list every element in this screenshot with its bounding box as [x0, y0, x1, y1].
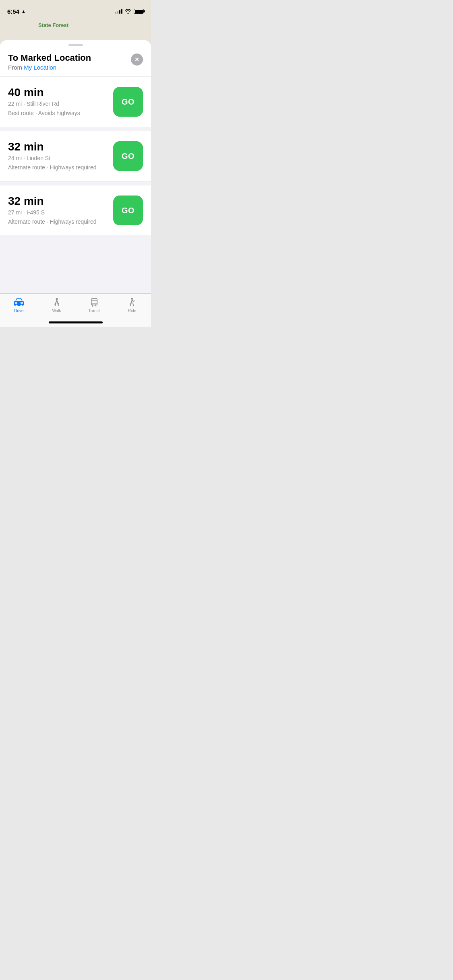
route-item-2: 32 min 24 mi · Linden St Alternate route… — [0, 131, 151, 181]
transit-icon — [89, 298, 100, 307]
time-display: 6:54 — [7, 8, 19, 15]
tab-transit-label: Transit — [88, 309, 100, 313]
route-detail-3b: Alternate route · Highways required — [8, 218, 96, 226]
tab-ride[interactable]: Ride — [113, 298, 151, 313]
ride-icon — [126, 298, 138, 307]
close-button[interactable]: ✕ — [131, 54, 143, 66]
svg-point-13 — [131, 298, 133, 300]
bottom-sheet: To Marked Location From My Location ✕ 40… — [0, 40, 151, 327]
route-detail-3a: 27 mi · I-495 S — [8, 209, 96, 217]
route-detail-1b: Best route · Avoids highways — [8, 109, 80, 117]
status-icons — [115, 9, 144, 14]
route-item-1: 40 min 22 mi · Still River Rd Best route… — [0, 77, 151, 127]
tab-walk[interactable]: Walk — [38, 298, 76, 313]
go-label-3: GO — [122, 206, 134, 215]
tab-walk-label: Walk — [52, 309, 61, 313]
route-time-1: 40 min — [8, 86, 80, 99]
routes-container: 40 min 22 mi · Still River Rd Best route… — [0, 77, 151, 327]
header-text: To Marked Location From My Location — [8, 53, 91, 71]
signal-icon — [115, 9, 122, 14]
route-detail-2b: Alternate route · Highways required — [8, 164, 96, 172]
status-time: 6:54 ▲ — [7, 8, 26, 15]
go-button-3[interactable]: GO — [113, 196, 143, 225]
svg-rect-3 — [15, 302, 17, 304]
drive-icon — [13, 298, 25, 307]
battery-icon — [134, 9, 144, 14]
svg-point-5 — [56, 298, 58, 300]
map-label: State Forest — [38, 22, 68, 28]
status-bar: 6:54 ▲ — [0, 0, 151, 18]
sheet-header: To Marked Location From My Location ✕ — [0, 46, 151, 77]
route-time-3: 32 min — [8, 195, 96, 208]
go-label-2: GO — [122, 152, 134, 161]
route-detail-2a: 24 mi · Linden St — [8, 154, 96, 163]
tab-drive-label: Drive — [14, 309, 23, 313]
close-icon: ✕ — [134, 57, 139, 62]
route-info-3: 32 min 27 mi · I-495 S Alternate route ·… — [8, 195, 96, 226]
route-time-2: 32 min — [8, 141, 96, 153]
my-location-link[interactable]: My Location — [24, 64, 56, 71]
from-line: From My Location — [8, 64, 91, 71]
tab-transit[interactable]: Transit — [76, 298, 114, 313]
svg-rect-6 — [91, 299, 97, 305]
route-item-3: 32 min 27 mi · I-495 S Alternate route ·… — [0, 185, 151, 235]
destination-title: To Marked Location — [8, 53, 91, 63]
walk-icon — [51, 298, 62, 307]
svg-point-1 — [15, 305, 17, 307]
svg-line-12 — [96, 305, 96, 307]
wifi-icon — [125, 9, 131, 14]
route-info-1: 40 min 22 mi · Still River Rd Best route… — [8, 86, 80, 117]
go-button-2[interactable]: GO — [113, 141, 143, 171]
from-label: From — [8, 64, 22, 71]
tab-drive[interactable]: Drive — [0, 298, 38, 313]
go-label-1: GO — [122, 97, 134, 107]
route-info-2: 32 min 24 mi · Linden St Alternate route… — [8, 141, 96, 171]
route-spacer-2 — [0, 181, 151, 185]
home-indicator — [49, 321, 103, 323]
go-button-1[interactable]: GO — [113, 87, 143, 117]
svg-point-2 — [20, 305, 22, 307]
svg-line-11 — [93, 305, 93, 307]
route-detail-1a: 22 mi · Still River Rd — [8, 100, 80, 108]
tab-ride-label: Ride — [128, 309, 137, 313]
location-arrow-icon: ▲ — [21, 9, 26, 14]
route-spacer-1 — [0, 127, 151, 131]
svg-rect-4 — [21, 302, 23, 304]
